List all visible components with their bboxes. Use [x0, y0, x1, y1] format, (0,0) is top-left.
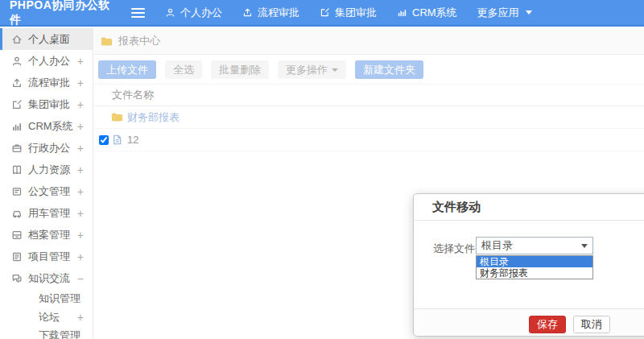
expand-toggle-icon[interactable]: + — [77, 208, 84, 219]
table-row[interactable]: 12 — [94, 129, 644, 151]
hamburger-menu-icon[interactable] — [131, 8, 145, 18]
sidebar-item-label: 行政办公 — [28, 141, 77, 155]
chart-icon — [397, 7, 407, 18]
file-name[interactable]: 财务部报表 — [127, 110, 180, 125]
project-icon — [11, 251, 23, 263]
save-button[interactable]: 保存 — [529, 316, 566, 333]
breadcrumb: 报表中心 — [94, 28, 644, 55]
folder-select[interactable]: 根目录 — [476, 237, 593, 254]
archive-icon — [11, 229, 23, 241]
sidebar-item[interactable]: 流程审批+ — [0, 72, 93, 93]
folder-dropdown-list: 根目录财务部报表 — [476, 255, 593, 279]
navbar-item[interactable]: 更多应用 — [477, 6, 532, 20]
sidebar-item-label: 个人桌面 — [28, 32, 84, 47]
toolbar-button[interactable]: 新建文件夹 — [355, 60, 423, 79]
dropdown-option[interactable]: 根目录 — [477, 256, 592, 267]
expand-toggle-icon[interactable]: + — [77, 143, 84, 154]
folder-icon — [101, 35, 113, 48]
dropdown-option[interactable]: 财务部报表 — [477, 267, 592, 279]
home-icon — [11, 34, 23, 45]
briefcase-icon — [11, 143, 23, 154]
sidebar-item-label: 人力资源 — [28, 163, 77, 177]
sidebar-item-label: 项目管理 — [28, 250, 77, 264]
expand-toggle-icon[interactable]: + — [77, 99, 84, 110]
checkbox-cell — [97, 135, 110, 145]
sidebar-item-label: 档案管理 — [28, 228, 77, 242]
sidebar-item[interactable]: 档案管理+ — [0, 224, 93, 246]
upload-icon — [242, 7, 253, 18]
sidebar-item[interactable]: 项目管理+ — [0, 246, 93, 267]
navbar-menu: 个人办公流程审批集团审批CRM系统更多应用 — [145, 6, 532, 20]
sidebar-item-label: 用车管理 — [28, 206, 77, 221]
sidebar-item-label: 集团审批 — [28, 97, 77, 112]
expand-toggle-icon[interactable]: + — [77, 77, 84, 89]
chevron-down-icon — [581, 244, 588, 248]
expand-toggle-icon[interactable]: + — [77, 312, 84, 323]
sidebar-item-label: 下载管理 — [39, 329, 84, 339]
sidebar-item-label: 公文管理 — [28, 184, 77, 199]
toolbar-button[interactable]: 批量删除 — [211, 60, 269, 79]
sidebar-item[interactable]: 论坛+ — [0, 308, 93, 326]
sidebar-item-label: CRM系统 — [28, 119, 77, 134]
expand-toggle-icon[interactable]: + — [77, 121, 84, 132]
edit-icon — [320, 7, 330, 18]
file-icon — [111, 134, 123, 146]
toolbar: 上传文件全选批量删除更多操作新建文件夹 — [94, 55, 644, 84]
cancel-button[interactable]: 取消 — [573, 316, 610, 333]
folder-icon — [111, 111, 123, 123]
book-icon — [11, 164, 23, 176]
sidebar-item[interactable]: 知识交流− — [0, 267, 93, 289]
sidebar-item-label: 流程审批 — [28, 76, 77, 90]
sidebar-item[interactable]: 知识管理 — [0, 289, 93, 308]
expand-toggle-icon[interactable]: + — [77, 229, 84, 241]
sidebar-item[interactable]: 公文管理+ — [0, 180, 93, 202]
navbar-item[interactable]: 个人办公 — [165, 6, 222, 20]
car-icon — [11, 208, 23, 219]
navbar-item[interactable]: CRM系统 — [397, 6, 457, 20]
sidebar-item[interactable]: 个人桌面 — [0, 28, 93, 50]
sidebar-item-label: 个人办公 — [28, 54, 77, 68]
chart-icon — [11, 121, 23, 132]
dialog-header: 文件移动 — [414, 194, 644, 221]
sidebar-item[interactable]: 下载管理 — [0, 326, 93, 339]
person-icon — [11, 56, 23, 67]
navbar-item[interactable]: 集团审批 — [320, 6, 377, 20]
expand-toggle-icon[interactable]: + — [77, 251, 84, 263]
file-table: 文件名称 财务部报表12 — [94, 84, 644, 151]
file-name: 12 — [127, 134, 138, 146]
folder-select-value: 根目录 — [481, 238, 581, 253]
expand-toggle-icon[interactable]: − — [77, 273, 84, 284]
chevron-down-icon — [526, 10, 532, 14]
table-row[interactable]: 财务部报表 — [94, 106, 644, 129]
chat-icon — [11, 273, 23, 284]
expand-toggle-icon[interactable]: + — [77, 186, 84, 197]
navbar-item-label: 流程审批 — [258, 6, 299, 20]
expand-toggle-icon[interactable]: + — [77, 164, 84, 176]
table-header: 文件名称 — [94, 84, 644, 106]
doc-icon — [11, 186, 23, 197]
row-checkbox[interactable] — [99, 135, 109, 145]
breadcrumb-label: 报表中心 — [118, 34, 160, 48]
toolbar-button[interactable]: 更多操作 — [278, 60, 346, 79]
dialog-footer: 保存 取消 — [414, 308, 644, 336]
sidebar-item[interactable]: 个人办公+ — [0, 50, 93, 72]
toolbar-button[interactable]: 上传文件 — [98, 60, 156, 79]
sidebar-item[interactable]: 集团审批+ — [0, 93, 93, 115]
sidebar: 个人桌面个人办公+流程审批+集团审批+CRM系统+行政办公+人力资源+公文管理+… — [0, 28, 93, 339]
chevron-down-icon — [332, 68, 338, 72]
person-icon — [165, 7, 175, 18]
upload-icon — [11, 77, 23, 89]
sidebar-item-label: 知识管理 — [39, 291, 84, 306]
dialog-body: 选择文件夹 根目录 根目录财务部报表 — [414, 221, 644, 309]
sidebar-item[interactable]: 人力资源+ — [0, 159, 93, 180]
sidebar-item[interactable]: 用车管理+ — [0, 202, 93, 224]
expand-toggle-icon[interactable]: + — [77, 56, 84, 67]
toolbar-button[interactable]: 全选 — [165, 60, 202, 79]
sidebar-item[interactable]: CRM系统+ — [0, 115, 93, 137]
navbar-item-label: 个人办公 — [180, 6, 222, 20]
file-move-dialog: 文件移动 选择文件夹 根目录 根目录财务部报表 保存 取消 — [413, 193, 644, 337]
navbar-item-label: CRM系统 — [412, 6, 457, 20]
navbar-item[interactable]: 流程审批 — [242, 6, 299, 20]
sidebar-item[interactable]: 行政办公+ — [0, 137, 93, 159]
edit-icon — [11, 99, 23, 110]
